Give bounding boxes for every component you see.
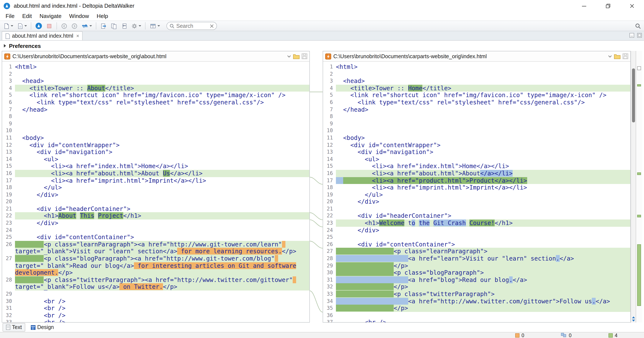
line-number: 23 — [323, 220, 336, 226]
code-segment: </head> — [336, 106, 368, 113]
line-number: 32 — [323, 284, 336, 290]
right-file-path[interactable]: C:\Users\brunobrito\Documents\carparts-w… — [333, 53, 606, 59]
design-view-icon — [31, 325, 36, 330]
code-segment: <p class="blogParagraph"><a href="http:/… — [44, 255, 275, 262]
code-segment: <link rel="shortcut icon" href="img/favi… — [15, 92, 286, 98]
code-row: 23 </div> — [2, 220, 310, 226]
line-number — [2, 284, 15, 290]
copy-all-button[interactable] — [109, 22, 118, 30]
minimize-button[interactable] — [572, 0, 596, 12]
save-icon[interactable] — [302, 54, 307, 59]
preferences-section-header[interactable]: Preferences — [0, 41, 644, 51]
code-segment: Project — [98, 212, 123, 219]
line-number: 8 — [2, 113, 15, 120]
overview-ruler[interactable] — [636, 51, 642, 322]
code-segment: development. — [15, 269, 58, 276]
code-line: <a href="learn">Visit our "learn" sectio… — [336, 255, 630, 262]
code-row: 26 <p class="learnParagraph"><a href="ht… — [2, 241, 310, 248]
line-number: 21 — [323, 205, 336, 212]
folder-icon[interactable] — [293, 54, 300, 59]
code-segment: About — [87, 85, 105, 92]
tab-comparison[interactable]: about.html and index.html × — [2, 31, 82, 40]
layout-columns-button[interactable] — [148, 22, 161, 30]
code-editor[interactable]: 1<html>23 <head>4 <title>Tower :: About<… — [2, 62, 310, 322]
code-row: 21 <div id="headerContainer"> — [2, 205, 310, 212]
clear-search-icon[interactable] — [210, 24, 214, 28]
code-line — [336, 312, 630, 319]
code-segment — [293, 276, 296, 283]
code-row: 4 <title>Tower :: Home</title> — [323, 85, 630, 92]
menu-help[interactable]: Help — [93, 13, 112, 19]
search-input[interactable] — [176, 23, 208, 29]
copy-to-left-button[interactable] — [120, 22, 129, 30]
tab-design[interactable]: Design — [28, 323, 57, 332]
maximize-view-icon[interactable] — [637, 33, 642, 38]
overview-header-box[interactable] — [637, 66, 641, 70]
code-row: 5 <link rel="shortcut icon" href="img/fa… — [2, 92, 310, 99]
code-line: <li><a href="imprint.html">Imprint</a></… — [15, 177, 310, 184]
next-difference-icon — [71, 22, 78, 29]
tab-close-icon[interactable]: × — [76, 33, 79, 39]
tab-text[interactable]: Text — [2, 323, 25, 332]
code-segment: <li><a href="about.html">About — [15, 170, 163, 177]
compare-button[interactable] — [34, 22, 44, 30]
close-button[interactable] — [620, 0, 644, 12]
code-line: <li><a href="imprint.html">Imprint</a></… — [336, 184, 630, 191]
chevron-down-icon[interactable] — [608, 55, 612, 58]
code-segment: <body> — [336, 134, 365, 141]
next-difference-button[interactable] — [70, 22, 79, 30]
code-segment: This — [80, 212, 94, 219]
previous-difference-button[interactable] — [60, 22, 69, 30]
swap-sides-button[interactable] — [80, 22, 93, 30]
save-icon[interactable] — [622, 54, 628, 59]
code-segment: </title> — [105, 85, 134, 92]
view-mode-tabs: Text Design — [0, 322, 644, 332]
overview-diff-mark[interactable] — [637, 172, 641, 175]
overview-diff-mark[interactable] — [637, 84, 641, 86]
code-editor[interactable]: 1<html>23 <head>4 <title>Tower :: Home</… — [323, 62, 630, 322]
scroll-nav-arrows-icon[interactable] — [632, 316, 636, 322]
code-segment: <a href="blog">Read our blog — [408, 276, 509, 283]
code-segment: <p class="twitterParagraph"> — [394, 290, 495, 297]
code-line: </div> — [336, 226, 630, 234]
new-file-button[interactable] — [2, 22, 14, 30]
code-line: target="_blank">Read our blog</a> for in… — [15, 262, 310, 269]
minimize-view-icon[interactable] — [630, 33, 634, 38]
line-number: 16 — [323, 170, 336, 177]
code-row: 13 <div id="navigation"> — [2, 148, 310, 156]
code-segment: <h1> — [336, 220, 379, 226]
menu-edit[interactable]: Edit — [18, 13, 36, 19]
code-segment: <li><a href="imprint.html">Imprint</a></… — [15, 177, 206, 184]
line-number — [2, 248, 15, 255]
code-segment: <li><a href="about.html">About — [336, 170, 480, 177]
code-row: 9 — [2, 120, 310, 127]
settings-button[interactable] — [130, 22, 142, 30]
code-segment: the — [419, 220, 430, 226]
stop-button[interactable] — [44, 22, 54, 30]
code-segment — [415, 220, 419, 226]
find-button[interactable] — [634, 22, 642, 30]
line-number: 6 — [2, 99, 15, 106]
code-line: <li><a href="product.html">Product</a></… — [336, 177, 630, 184]
line-number — [2, 269, 15, 276]
code-segment: <div id="contentContainer"> — [336, 241, 455, 248]
chevron-down-icon[interactable] — [287, 55, 291, 58]
overview-diff-mark[interactable] — [637, 244, 641, 306]
code-row: 6 <link type="text/css" rel="stylesheet"… — [2, 99, 310, 106]
menu-window[interactable]: Window — [65, 13, 93, 19]
open-file-button[interactable] — [16, 22, 28, 30]
left-file-path[interactable]: C:\Users\brunobrito\Documents\carparts-w… — [12, 53, 285, 59]
code-line: <p class="blogParagraph"> — [336, 269, 630, 276]
code-row: 32 <br /> — [2, 312, 310, 319]
editor-tab-strip: about.html and index.html × — [0, 31, 644, 41]
code-segment: <p class="blogParagraph"> — [394, 269, 484, 276]
restore-button[interactable] — [596, 0, 620, 12]
scrollbar-thumb[interactable] — [632, 68, 635, 122]
overview-diff-mark[interactable] — [637, 215, 641, 217]
menu-navigate[interactable]: Navigate — [36, 13, 66, 19]
code-line: <p class="blogParagraph"><a href="http:/… — [15, 255, 310, 262]
folder-icon[interactable] — [614, 54, 620, 59]
menu-file[interactable]: File — [2, 13, 18, 19]
copy-to-right-button[interactable] — [99, 22, 108, 30]
code-row: 31 <a href="blog">Read our blog.</a> — [323, 276, 630, 284]
